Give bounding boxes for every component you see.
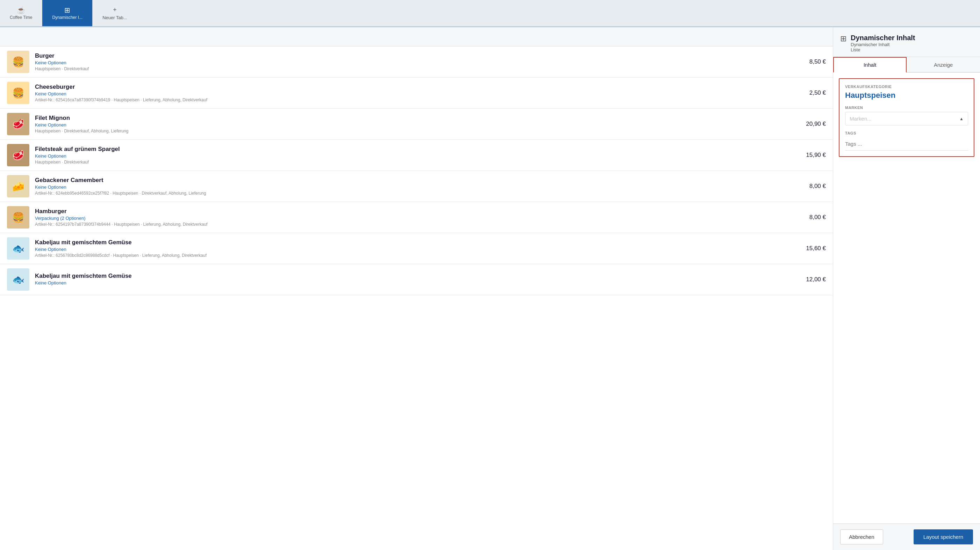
- product-list: 🍔 Burger Keine Optionen Hauptspeisen · D…: [0, 46, 833, 295]
- panel-title: Dynamischer Inhalt: [851, 33, 915, 42]
- product-options-8: Keine Optionen: [35, 280, 792, 286]
- product-thumb-3: 🥩: [7, 113, 29, 135]
- cancel-button[interactable]: Abbrechen: [840, 529, 883, 544]
- product-thumb-7: 🐟: [7, 237, 29, 260]
- panel-grid-icon: ⊞: [840, 34, 846, 43]
- filter-bar: [0, 27, 833, 46]
- product-name-3: Filet Mignon: [35, 114, 792, 122]
- list-item[interactable]: 🥩 Filet Mignon Keine Optionen Hauptspeis…: [0, 109, 833, 140]
- product-options-2: Keine Optionen: [35, 91, 792, 97]
- right-panel: ⊞ Dynamischer Inhalt Dynamischer Inhalt …: [833, 27, 980, 550]
- product-price-5: 8,00 €: [798, 183, 826, 190]
- product-thumb-1: 🍔: [7, 51, 29, 73]
- list-item[interactable]: 🍔 Cheeseburger Keine Optionen Artikel-Nr…: [0, 78, 833, 109]
- product-name-2: Cheeseburger: [35, 84, 792, 91]
- list-item[interactable]: 🥩 Filetsteak auf grünem Spargel Keine Op…: [0, 140, 833, 171]
- tab-dynamischer-label: Dynamischer I...: [52, 15, 83, 20]
- verkaufskategorie-value: Hauptspeisen: [845, 91, 968, 100]
- content-area: 🍔 Burger Keine Optionen Hauptspeisen · D…: [0, 27, 833, 550]
- product-price-3: 20,90 €: [798, 121, 826, 127]
- product-price-4: 15,90 €: [798, 152, 826, 159]
- list-item[interactable]: 🍔 Hamburger Verpackung (2 Optionen) Arti…: [0, 202, 833, 233]
- list-item[interactable]: 🧀 Gebackener Camembert Keine Optionen Ar…: [0, 171, 833, 202]
- tab-inhalt[interactable]: Inhalt: [833, 57, 907, 73]
- tags-input[interactable]: [845, 137, 968, 151]
- plus-icon: +: [113, 6, 117, 14]
- save-button[interactable]: Layout speichern: [913, 529, 973, 544]
- list-item[interactable]: 🐟 Kabeljau mit gemischtem Gemüse Keine O…: [0, 264, 833, 295]
- product-options-4: Keine Optionen: [35, 153, 792, 159]
- product-meta-2: Artikel-Nr.: 625416ca7a87390f374b9419 · …: [35, 97, 792, 102]
- panel-section-category: VERKAUFSKATEGORIE Hauptspeisen MARKEN Ma…: [839, 78, 974, 157]
- product-meta-7: Artikel-Nr.: 6256780bc8d2c86988d5cdcf · …: [35, 253, 792, 258]
- panel-content: VERKAUFSKATEGORIE Hauptspeisen MARKEN Ma…: [833, 73, 980, 523]
- marken-label: MARKEN: [845, 105, 968, 110]
- tab-bar: ☕ Coffee Time ⊞ Dynamischer I... + Neuer…: [0, 0, 980, 27]
- marken-placeholder: Marken...: [850, 116, 872, 122]
- product-info-7: Kabeljau mit gemischtem Gemüse Keine Opt…: [35, 239, 792, 258]
- product-price-6: 8,00 €: [798, 214, 826, 221]
- product-meta-1: Hauptspeisen · Direktverkauf: [35, 67, 792, 71]
- panel-tabs: Inhalt Anzeige: [833, 57, 980, 73]
- product-info-8: Kabeljau mit gemischtem Gemüse Keine Opt…: [35, 273, 792, 286]
- tab-coffee-time[interactable]: ☕ Coffee Time: [0, 0, 42, 26]
- tab-new[interactable]: + Neuer Tab...: [92, 0, 137, 26]
- product-thumb-5: 🧀: [7, 175, 29, 197]
- product-name-4: Filetsteak auf grünem Spargel: [35, 146, 792, 153]
- product-info-4: Filetsteak auf grünem Spargel Keine Opti…: [35, 146, 792, 165]
- product-thumb-2: 🍔: [7, 82, 29, 104]
- product-options-6: Verpackung (2 Optionen): [35, 216, 792, 221]
- list-item[interactable]: 🍔 Burger Keine Optionen Hauptspeisen · D…: [0, 46, 833, 78]
- product-name-6: Hamburger: [35, 208, 792, 215]
- chevron-up-icon: ▲: [959, 116, 964, 121]
- tab-new-label: Neuer Tab...: [102, 15, 127, 20]
- product-meta-6: Artikel-Nr.: 6254197b7a87390f374b9444 · …: [35, 222, 792, 227]
- product-thumb-8: 🐟: [7, 269, 29, 291]
- product-meta-5: Artikel-Nr.: 624ebb95ed46592ce25f7f82 · …: [35, 191, 792, 196]
- product-options-3: Keine Optionen: [35, 122, 792, 127]
- product-name-1: Burger: [35, 52, 792, 59]
- product-options-7: Keine Optionen: [35, 247, 792, 252]
- tab-dynamischer-inhalt[interactable]: ⊞ Dynamischer I...: [42, 0, 92, 26]
- product-options-1: Keine Optionen: [35, 60, 792, 65]
- product-price-8: 12,00 €: [798, 276, 826, 283]
- product-meta-4: Hauptspeisen · Direktverkauf: [35, 160, 792, 165]
- product-info-3: Filet Mignon Keine Optionen Hauptspeisen…: [35, 114, 792, 134]
- verkaufskategorie-label: VERKAUFSKATEGORIE: [845, 84, 968, 89]
- product-info-2: Cheeseburger Keine Optionen Artikel-Nr.:…: [35, 84, 792, 102]
- product-name-8: Kabeljau mit gemischtem Gemüse: [35, 273, 792, 280]
- product-info-1: Burger Keine Optionen Hauptspeisen · Dir…: [35, 52, 792, 71]
- tab-anzeige[interactable]: Anzeige: [907, 57, 980, 72]
- panel-subtitle: Dynamischer Inhalt: [851, 42, 915, 47]
- product-info-5: Gebackener Camembert Keine Optionen Arti…: [35, 177, 792, 196]
- product-price-2: 2,50 €: [798, 89, 826, 97]
- product-thumb-4: 🥩: [7, 144, 29, 166]
- product-price-7: 15,60 €: [798, 245, 826, 252]
- product-meta-3: Hauptspeisen · Direktverkauf, Abholung, …: [35, 129, 792, 134]
- product-options-5: Keine Optionen: [35, 184, 792, 190]
- panel-footer: Abbrechen Layout speichern: [833, 523, 980, 550]
- list-item[interactable]: 🐟 Kabeljau mit gemischtem Gemüse Keine O…: [0, 233, 833, 264]
- panel-type: Liste: [851, 47, 915, 52]
- product-price-1: 8,50 €: [798, 58, 826, 65]
- product-info-6: Hamburger Verpackung (2 Optionen) Artike…: [35, 208, 792, 227]
- product-name-5: Gebackener Camembert: [35, 177, 792, 184]
- product-name-7: Kabeljau mit gemischtem Gemüse: [35, 239, 792, 246]
- tags-label: TAGS: [845, 131, 968, 135]
- coffee-icon: ☕: [17, 6, 25, 14]
- grid-icon: ⊞: [64, 6, 70, 14]
- product-thumb-6: 🍔: [7, 206, 29, 229]
- main-layout: 🍔 Burger Keine Optionen Hauptspeisen · D…: [0, 27, 980, 550]
- tab-coffee-time-label: Coffee Time: [10, 15, 32, 20]
- panel-header: ⊞ Dynamischer Inhalt Dynamischer Inhalt …: [833, 27, 980, 57]
- marken-select[interactable]: Marken... ▲: [845, 112, 968, 126]
